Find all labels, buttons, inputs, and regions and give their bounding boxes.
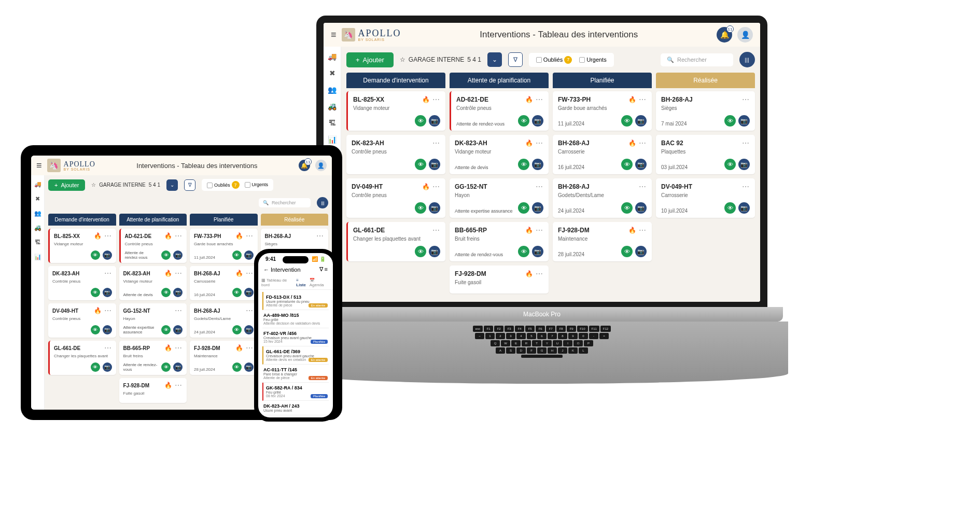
sidebar-tractor-icon[interactable]: 🚜 xyxy=(328,102,337,111)
card-menu-icon[interactable]: ⋯ xyxy=(104,344,112,352)
phone-list-item[interactable]: FT-402-VR /456Crevaison pneu avant gauch… xyxy=(262,328,329,346)
intervention-card[interactable]: DK-823-AH🔥⋯Vidange moteurAttente de devi… xyxy=(450,135,549,174)
settings-button[interactable]: ⫼ xyxy=(739,52,755,67)
phone-tab[interactable]: 📅 Agenda xyxy=(310,278,330,287)
camera-icon[interactable]: 📷 xyxy=(103,288,112,297)
view-icon[interactable]: 👁 xyxy=(518,159,529,170)
settings-button[interactable]: ⫼ xyxy=(317,197,328,208)
camera-icon[interactable]: 📷 xyxy=(173,362,183,372)
phone-list-item[interactable]: AC-011-TT /145Pare brise à changerAttent… xyxy=(262,365,329,383)
intervention-card[interactable]: FJ-928-DM🔥⋯Maintenance28 juil.2024👁📷 xyxy=(553,222,652,261)
camera-icon[interactable]: 📷 xyxy=(429,246,440,257)
view-icon[interactable]: 👁 xyxy=(518,246,529,257)
view-icon[interactable]: 👁 xyxy=(518,202,529,214)
intervention-card[interactable]: GL-661-DE⋯Changer les plaquettes avant👁📷 xyxy=(48,341,116,375)
view-icon[interactable]: 👁 xyxy=(415,246,426,257)
intervention-card[interactable]: FJ-928-DM🔥⋯Fuite gasoil xyxy=(450,266,549,294)
intervention-card[interactable]: BL-825-XX🔥⋯Vidange moteur👁📷 xyxy=(48,229,116,263)
sidebar-tractor-icon[interactable]: 🚜 xyxy=(33,223,43,232)
intervention-card[interactable]: FW-733-PH🔥⋯Garde boue arrachés11 juil.20… xyxy=(553,91,652,131)
camera-icon[interactable]: 📷 xyxy=(738,115,750,127)
intervention-card[interactable]: GG-152-NT⋯HayonAttente expertise assuran… xyxy=(450,178,549,218)
phone-filter-icon[interactable]: ∇ xyxy=(319,266,323,272)
card-menu-icon[interactable]: ⋯ xyxy=(246,232,254,240)
phone-list-item[interactable]: GL-661-DE /369Crevaison pneu avant gauch… xyxy=(262,346,329,365)
card-menu-icon[interactable]: ⋯ xyxy=(246,344,254,352)
camera-icon[interactable]: 📷 xyxy=(532,159,543,170)
sidebar-crane-icon[interactable]: 🏗 xyxy=(33,237,43,247)
view-icon[interactable]: 👁 xyxy=(415,115,426,127)
camera-icon[interactable]: 📷 xyxy=(244,288,254,297)
card-menu-icon[interactable]: ⋯ xyxy=(742,183,750,191)
camera-icon[interactable]: 📷 xyxy=(532,115,543,127)
intervention-card[interactable]: BH-268-AJ⋯Godets/Dents/Lame24 juil.2024👁… xyxy=(190,303,258,338)
card-menu-icon[interactable]: ⋯ xyxy=(246,269,254,277)
view-icon[interactable]: 👁 xyxy=(621,159,633,170)
view-icon[interactable]: 👁 xyxy=(91,362,100,372)
card-menu-icon[interactable]: ⋯ xyxy=(175,306,183,315)
garage-selector[interactable]: ☆ GARAGE INTERNE 5 4 1 xyxy=(91,182,160,188)
intervention-card[interactable]: GG-152-NT⋯HayonAttente expertise assuran… xyxy=(119,303,187,338)
intervention-card[interactable]: BL-825-XX🔥⋯Vidange moteur👁📷 xyxy=(346,91,445,131)
intervention-card[interactable]: BH-268-AJ🔥⋯Carrosserie16 juil.2024👁📷 xyxy=(190,266,258,300)
add-button[interactable]: + Ajouter xyxy=(346,52,394,67)
view-icon[interactable]: 👁 xyxy=(415,159,426,170)
phone-list-item[interactable]: AA-489-MO /815Feu grilléAttente décision… xyxy=(262,310,329,328)
view-icon[interactable]: 👁 xyxy=(232,288,242,297)
view-icon[interactable]: 👁 xyxy=(724,115,736,127)
notifications-button[interactable]: 🔔11 xyxy=(299,160,310,171)
phone-tab[interactable]: ▦ Tableau de bord xyxy=(261,278,296,287)
intervention-card[interactable]: BH-268-AJ⋯Sièges7 mai 2024👁📷 xyxy=(656,91,755,131)
intervention-card[interactable]: DV-049-HT🔥⋯Contrôle pneus👁📷 xyxy=(346,178,445,218)
intervention-card[interactable]: FJ-928-DM🔥⋯Fuite gasoil xyxy=(119,378,187,403)
view-icon[interactable]: 👁 xyxy=(161,288,171,297)
intervention-card[interactable]: DK-823-AH⋯Contrôle pneus👁📷 xyxy=(48,266,116,300)
dropdown-button[interactable]: ⌄ xyxy=(487,52,502,67)
card-menu-icon[interactable]: ⋯ xyxy=(316,232,324,240)
user-menu-button[interactable]: 👤 xyxy=(315,160,327,171)
camera-icon[interactable]: 📷 xyxy=(173,288,183,297)
view-icon[interactable]: 👁 xyxy=(91,250,100,260)
phone-list-item[interactable]: DK-823-AH / 243Usure pneu avant xyxy=(262,401,329,415)
card-menu-icon[interactable]: ⋯ xyxy=(175,344,183,352)
card-menu-icon[interactable]: ⋯ xyxy=(639,183,647,191)
camera-icon[interactable]: 📷 xyxy=(635,202,647,214)
sidebar-inventory-icon[interactable]: 📊 xyxy=(328,135,337,144)
sidebar-users-icon[interactable]: 👥 xyxy=(33,208,43,218)
view-icon[interactable]: 👁 xyxy=(621,202,633,214)
sidebar-crane-icon[interactable]: 🏗 xyxy=(328,118,337,128)
card-menu-icon[interactable]: ⋯ xyxy=(432,183,440,191)
camera-icon[interactable]: 📷 xyxy=(429,202,440,214)
intervention-card[interactable]: FJ-928-DM🔥⋯Maintenance28 juil.2024👁📷 xyxy=(190,341,258,375)
card-menu-icon[interactable]: ⋯ xyxy=(639,95,647,104)
intervention-card[interactable]: BH-268-AJ🔥⋯Carrosserie16 juil.2024👁📷 xyxy=(553,135,652,174)
back-button[interactable]: ← Intervention xyxy=(263,267,301,273)
camera-icon[interactable]: 📷 xyxy=(532,246,543,257)
view-icon[interactable]: 👁 xyxy=(161,250,171,260)
card-menu-icon[interactable]: ⋯ xyxy=(175,381,183,389)
view-icon[interactable]: 👁 xyxy=(232,325,242,334)
view-icon[interactable]: 👁 xyxy=(232,250,242,260)
view-icon[interactable]: 👁 xyxy=(91,288,100,297)
view-icon[interactable]: 👁 xyxy=(724,202,736,214)
phone-menu-icon[interactable]: ≡ xyxy=(325,266,328,272)
intervention-card[interactable]: GL-661-DE⋯Changer les plaquettes avant👁📷 xyxy=(346,222,445,261)
intervention-card[interactable]: DK-823-AH⋯Contrôle pneus👁📷 xyxy=(346,135,445,174)
view-icon[interactable]: 👁 xyxy=(621,115,633,127)
camera-icon[interactable]: 📷 xyxy=(103,325,112,334)
add-button[interactable]: + Ajouter xyxy=(48,179,85,191)
view-icon[interactable]: 👁 xyxy=(518,115,529,127)
card-menu-icon[interactable]: ⋯ xyxy=(536,95,543,104)
sidebar-inventory-icon[interactable]: 📊 xyxy=(33,252,43,261)
card-menu-icon[interactable]: ⋯ xyxy=(432,139,440,147)
search-input[interactable]: 🔍 Rechercher xyxy=(661,53,733,66)
user-menu-button[interactable]: 👤 xyxy=(737,27,753,43)
hamburger-icon[interactable]: ≡ xyxy=(36,160,42,171)
card-menu-icon[interactable]: ⋯ xyxy=(742,95,750,104)
camera-icon[interactable]: 📷 xyxy=(244,250,254,260)
camera-icon[interactable]: 📷 xyxy=(103,250,112,260)
view-icon[interactable]: 👁 xyxy=(161,362,171,372)
camera-icon[interactable]: 📷 xyxy=(635,246,647,257)
intervention-card[interactable]: BB-665-RP🔥⋯Bruit freinsAttente de rendez… xyxy=(450,222,549,261)
search-input[interactable]: 🔍 Rechercher xyxy=(259,198,311,207)
